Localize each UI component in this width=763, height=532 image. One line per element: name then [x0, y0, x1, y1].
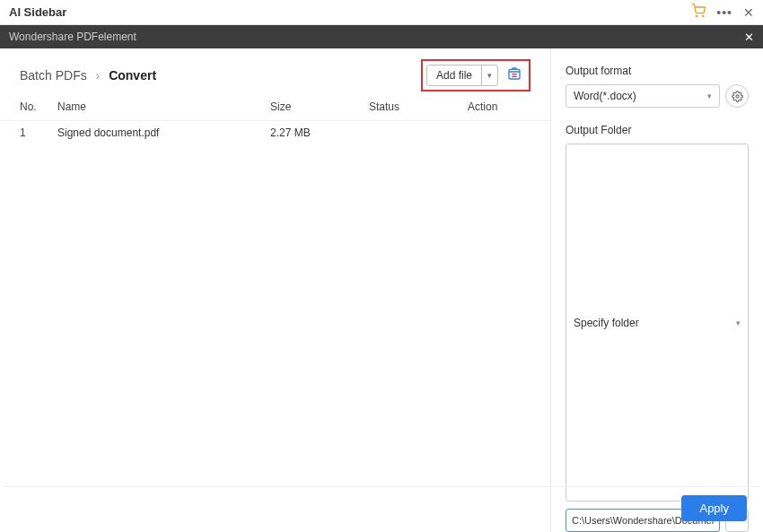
settings-button[interactable]: [725, 84, 749, 108]
breadcrumb: Batch PDFs › Convert: [20, 68, 421, 83]
apply-button[interactable]: Apply: [681, 495, 747, 521]
col-header-status: Status: [369, 100, 468, 113]
footer: Apply: [681, 495, 747, 521]
svg-point-1: [703, 15, 704, 16]
add-file-button[interactable]: Add file ▾: [426, 65, 498, 86]
top-close-icon[interactable]: ✕: [743, 5, 754, 20]
header-row: Batch PDFs › Convert Add file ▾: [0, 61, 550, 90]
col-header-no: No.: [20, 100, 57, 113]
breadcrumb-current: Convert: [109, 68, 156, 83]
col-header-action: Action: [468, 100, 531, 113]
chevron-down-icon: ▾: [707, 92, 712, 100]
table-header: No. Name Size Status Action: [0, 93, 550, 121]
chevron-down-icon[interactable]: ▾: [481, 65, 497, 85]
cell-size: 2.27 MB: [270, 126, 369, 139]
col-header-name: Name: [57, 100, 270, 113]
window-close-icon[interactable]: ✕: [744, 31, 754, 44]
breadcrumb-parent[interactable]: Batch PDFs: [20, 68, 87, 83]
chevron-down-icon: ▾: [736, 318, 741, 327]
add-file-label: Add file: [427, 69, 481, 82]
cell-status: [369, 126, 468, 139]
top-bar-title: AI Sidebar: [9, 5, 691, 19]
chevron-right-icon: ›: [96, 68, 101, 83]
output-folder-label: Output Folder: [566, 124, 749, 136]
window-titlebar: Wondershare PDFelement ✕: [0, 25, 763, 48]
main-area: Batch PDFs › Convert Add file ▾ No. Name…: [0, 48, 763, 532]
left-panel: Batch PDFs › Convert Add file ▾ No. Name…: [0, 48, 551, 532]
table-row[interactable]: 1 Signed document.pdf 2.27 MB: [0, 121, 550, 144]
cart-icon[interactable]: [691, 4, 706, 22]
cell-name: Signed document.pdf: [57, 126, 270, 139]
divider: [4, 486, 759, 487]
output-format-label: Output format: [566, 65, 749, 77]
more-icon[interactable]: •••: [716, 5, 732, 20]
specify-folder-select[interactable]: Specify folder ▾: [566, 144, 749, 501]
output-format-value: Word(*.docx): [574, 90, 636, 102]
output-format-select[interactable]: Word(*.docx) ▾: [566, 84, 720, 108]
top-bar-actions: ••• ✕: [691, 4, 754, 22]
clear-list-icon[interactable]: [507, 66, 522, 84]
svg-point-0: [697, 15, 697, 16]
svg-point-3: [735, 94, 738, 97]
col-header-size: Size: [270, 100, 369, 113]
right-panel: Output format Word(*.docx) ▾ Output Fold…: [551, 48, 763, 532]
window-title: Wondershare PDFelement: [9, 31, 744, 43]
cell-action: [468, 126, 531, 139]
add-file-highlight: Add file ▾: [421, 59, 531, 92]
top-bar: AI Sidebar ••• ✕: [0, 0, 763, 25]
specify-folder-value: Specify folder: [574, 317, 639, 329]
cell-no: 1: [20, 126, 57, 139]
